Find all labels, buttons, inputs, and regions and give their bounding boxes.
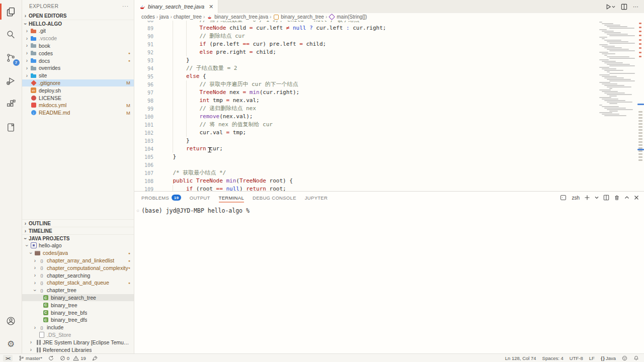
code-line-96[interactable]: 96// 获取中序遍历中 cur 的下一个结点: [134, 80, 596, 88]
code-editor[interactable]: 88// 当子结点数量 = 0 / 1 时， child = null / 该子…: [134, 21, 644, 191]
feedback-status-item[interactable]: [622, 355, 627, 361]
new-terminal-button[interactable]: [584, 195, 590, 201]
code-line-99[interactable]: 99// 递归删除结点 nex: [134, 105, 596, 113]
tree-item-binary-tree[interactable]: ›binary_tree: [22, 301, 134, 309]
tree-item-chapter-tree[interactable]: ›chapter_tree: [22, 287, 134, 294]
tree-item-include[interactable]: ›include: [22, 324, 134, 331]
code-line-94[interactable]: 94// 子结点数量 = 2: [134, 64, 596, 72]
run-java-button[interactable]: [605, 4, 615, 10]
outline-section-header[interactable]: › OUTLINE: [22, 219, 134, 227]
eol-item[interactable]: LF: [589, 355, 595, 361]
code-line-109[interactable]: 109if (root == null) return root;: [134, 185, 596, 191]
activity-run-debug-button[interactable]: [0, 69, 22, 93]
tree-item-mkdocs-yml[interactable]: ›mkdocs.ymlM: [22, 102, 134, 109]
tree-item-chapter-computational-complexity[interactable]: ›chapter_computational_complexity●: [22, 264, 134, 272]
code-line-101[interactable]: 101// 将 nex 的值复制给 cur: [134, 121, 596, 129]
code-line-107[interactable]: 107/* 获取最小结点 */: [134, 169, 596, 177]
activity-search-button[interactable]: [0, 23, 22, 46]
explorer-more-actions-button[interactable]: ···: [122, 4, 129, 9]
tree-item-docs[interactable]: ›docs●: [22, 57, 134, 64]
folder-root-header[interactable]: › HELLO-ALGO: [22, 20, 134, 27]
panel-tab-problems[interactable]: PROBLEMS19: [141, 192, 181, 204]
panel-tab-output[interactable]: OUTPUT: [190, 192, 210, 204]
tree-item-jre-system-library-eclipse-temurin-17-17[interactable]: ›JRE System Library [Eclipse Temurin 17 …: [22, 338, 134, 346]
close-panel-button[interactable]: [634, 195, 639, 200]
code-line-106[interactable]: 106: [134, 161, 596, 169]
code-line-105[interactable]: 105}: [134, 153, 596, 161]
kill-terminal-button[interactable]: [614, 195, 620, 201]
command-decoration-icon[interactable]: ○: [137, 209, 139, 213]
tree-item-overrides[interactable]: ›overrides: [22, 64, 134, 72]
encoding-item[interactable]: UTF-8: [570, 355, 583, 361]
cursor-position-item[interactable]: Ln 128, Col 74: [505, 355, 536, 361]
settings-button[interactable]: ⚙: [0, 334, 22, 353]
code-line-98[interactable]: 98int tmp = nex.val;: [134, 97, 596, 105]
sync-status-item[interactable]: [48, 355, 54, 361]
open-editors-header[interactable]: › OPEN EDITORS: [22, 12, 134, 20]
language-mode-item[interactable]: { }Java: [601, 355, 616, 361]
indentation-item[interactable]: Spaces: 4: [542, 355, 564, 361]
tree-item-git[interactable]: ›.git: [22, 27, 134, 35]
tree-item-binary-tree-bfs[interactable]: ›binary_tree_bfs: [22, 309, 134, 316]
tree-item-referenced-libraries[interactable]: ›Referenced Libraries: [22, 346, 134, 353]
activity-explorer-button[interactable]: [0, 0, 22, 23]
code-line-104[interactable]: 104return cur;: [134, 145, 596, 153]
tree-item-license[interactable]: ›LICENSE: [22, 94, 134, 102]
split-editor-icon[interactable]: [621, 4, 627, 10]
breadcrumb-item-binary-search-tree-java[interactable]: binary_search_tree.java: [206, 14, 268, 20]
breadcrumb-item-chapter-tree[interactable]: chapter_tree: [174, 14, 202, 20]
breadcrumb-item-binary-search-tree[interactable]: binary_search_tree: [273, 14, 324, 20]
code-line-93[interactable]: 93}: [134, 56, 596, 64]
activity-notebook-button[interactable]: [0, 116, 22, 139]
tree-item-site[interactable]: ›site: [22, 72, 134, 79]
tree-item-hello-algo[interactable]: ›hello-algo: [22, 242, 134, 249]
panel-tab-jupyter[interactable]: JUPYTER: [305, 192, 328, 204]
tree-item-chapter-searching[interactable]: ›chapter_searching: [22, 272, 134, 279]
breadcrumb-item-java[interactable]: java: [159, 14, 169, 20]
tree-item-binary-search-tree[interactable]: ›binary_search_tree: [22, 294, 134, 302]
account-button[interactable]: [0, 309, 22, 332]
branch-status-item[interactable]: master*: [19, 355, 42, 361]
code-line-108[interactable]: 108public TreeNode min(TreeNode root) {: [134, 177, 596, 185]
breadcrumb-item-main-string[interactable]: main(String[]): [329, 14, 367, 20]
minimap[interactable]: [598, 22, 637, 117]
terminal-dropdown-chevron-icon[interactable]: [595, 196, 599, 200]
problems-status-item[interactable]: 0 19: [60, 355, 86, 361]
code-line-95[interactable]: 95else {: [134, 72, 596, 80]
more-actions-icon[interactable]: ⋯: [633, 4, 639, 10]
code-line-97[interactable]: 97TreeNode nex = min(cur.right);: [134, 88, 596, 97]
tree-item-codes[interactable]: ›codes●: [22, 49, 134, 57]
code-line-89[interactable]: 89TreeNode child = cur.left ≠ null ? cur…: [134, 24, 596, 32]
java-launch-status-item[interactable]: [92, 355, 98, 361]
remote-indicator[interactable]: ><: [3, 355, 13, 361]
code-line-90[interactable]: 90// 删除结点 cur: [134, 32, 596, 40]
split-terminal-button[interactable]: [603, 195, 609, 201]
code-line-92[interactable]: 92else pre.right = child;: [134, 48, 596, 56]
tree-item-ds-store[interactable]: ›.DS_Store: [22, 331, 134, 339]
java-projects-section-header[interactable]: › JAVA PROJECTS: [22, 234, 134, 242]
panel-tab-debug-console[interactable]: DEBUG CONSOLE: [253, 192, 296, 204]
tree-item-vscode[interactable]: ›.vscode: [22, 35, 134, 42]
tab-binary-search-tree[interactable]: binary_search_tree.java ✕: [134, 0, 218, 13]
activity-source-control-button[interactable]: 7: [0, 46, 22, 69]
code-line-91[interactable]: 91if (pre.left == cur) pre.left = child;: [134, 40, 596, 48]
close-icon[interactable]: ✕: [209, 4, 213, 10]
tree-item-book[interactable]: ›book: [22, 42, 134, 50]
tree-item-codes-java[interactable]: ›codes/java●: [22, 249, 134, 257]
tree-item-binary-tree-dfs[interactable]: ›binary_tree_dfs: [22, 316, 134, 324]
tree-item-readme-md[interactable]: ›README.mdM: [22, 109, 134, 117]
code-line-100[interactable]: 100remove(nex.val);: [134, 113, 596, 121]
panel-tab-terminal[interactable]: TERMINAL: [219, 192, 244, 204]
code-line-88[interactable]: 88// 当子结点数量 = 0 / 1 时， child = null / 该子…: [134, 21, 596, 24]
tree-item-deploy-sh[interactable]: ›deploy.sh: [22, 86, 134, 94]
timeline-section-header[interactable]: › TIMELINE: [22, 227, 134, 234]
code-line-102[interactable]: 102cur.val = tmp;: [134, 129, 596, 137]
tree-item-gitignore[interactable]: ›.gitignoreM: [22, 79, 134, 87]
breadcrumb-item-codes[interactable]: codes: [141, 14, 155, 20]
maximize-panel-button[interactable]: [624, 195, 629, 200]
tree-item-chapter-stack-and-queue[interactable]: ›chapter_stack_and_queue●: [22, 279, 134, 287]
terminal[interactable]: ○(base) jyd@JYD-MBP hello-algo %: [134, 204, 644, 353]
notifications-bell-icon[interactable]: [633, 355, 639, 361]
tree-item-chapter-array-and-linkedlist[interactable]: ›chapter_array_and_linkedlist●: [22, 257, 134, 264]
activity-extensions-button[interactable]: [0, 93, 22, 116]
